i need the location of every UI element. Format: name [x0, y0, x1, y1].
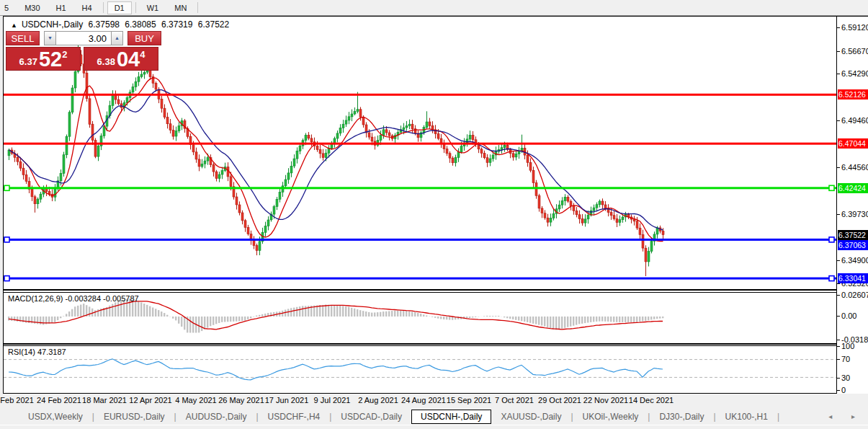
macd-label: MACD(12,26,9) -0.003284 -0.005787 [8, 294, 139, 303]
ask-price-box[interactable]: 6.38 04 4 [84, 47, 158, 71]
horizontal-level-line[interactable] [4, 143, 836, 145]
horizontal-level-line[interactable] [4, 278, 836, 280]
axis-tick [837, 27, 840, 28]
price-chart-pane[interactable]: ▲USDCNH-,Daily 6.37598 6.38085 6.37319 6… [4, 17, 836, 291]
volume-input[interactable] [56, 31, 111, 45]
collapse-triangle-icon[interactable]: ▲ [11, 22, 17, 29]
line-handle[interactable] [829, 276, 834, 281]
date-axis-label: 2 Feb 2021 [0, 396, 34, 404]
line-handle[interactable] [829, 185, 834, 190]
axis-tick [837, 74, 840, 74]
toolbar-separator [135, 2, 136, 13]
macd-indicator-pane[interactable]: MACD(12,26,9) -0.003284 -0.005787 [4, 292, 836, 345]
level-price-label[interactable]: 6.47044 [838, 138, 868, 149]
macd-axis-tick-label: 0.00 [841, 311, 856, 320]
date-axis: 2 Feb 202124 Feb 202118 Mar 202112 Apr 2… [3, 394, 868, 408]
price-axis-tick-label: 6.34900 [841, 256, 868, 265]
level-price-label[interactable]: 6.52126 [838, 89, 868, 99]
price-axis-tick-label: 6.49460 [841, 116, 868, 125]
chart-tab-uk100-h1[interactable]: UK100-,H1 [716, 410, 777, 424]
horizontal-level-line[interactable] [4, 94, 836, 96]
chart-tab-usdcad-daily[interactable]: USDCAD-,Daily [331, 410, 411, 424]
chart-tab-bar: USDX,Weekly|EURUSD-,Daily|AUDUSD-,Daily|… [0, 408, 868, 425]
toolbar-separator [197, 2, 198, 13]
ask-big-digits: 04 [117, 50, 140, 68]
line-handle[interactable] [4, 276, 9, 281]
rsi-axis-tick-label: 100 [841, 342, 854, 350]
ohlc-low: 6.37319 [161, 19, 192, 30]
axis-tick [837, 346, 840, 347]
rsi-chart [4, 346, 836, 393]
axis-tick [837, 260, 840, 261]
candlestick-series [8, 40, 664, 276]
level-price-label[interactable]: 6.37063 [838, 240, 868, 250]
axis-tick [837, 316, 840, 317]
timeframe-button-d1[interactable]: D1 [107, 1, 132, 14]
bid-prefix: 6.37 [19, 56, 37, 67]
date-axis-label: 17 Jun 2021 [265, 396, 309, 404]
symbol-name: USDCNH-,Daily [22, 19, 83, 30]
volume-decrease-button[interactable]: ▼ [44, 31, 56, 45]
ohlc-open: 6.37598 [89, 19, 120, 30]
axis-tick [837, 167, 840, 168]
current-price-label: 6.37522 [838, 230, 868, 240]
axis-tick [837, 214, 840, 215]
timeframe-button-h4[interactable]: H4 [75, 1, 99, 14]
timeframe-button-m30[interactable]: M30 [17, 1, 47, 14]
chart-tab-eurusd-daily[interactable]: EURUSD-,Daily [94, 410, 174, 424]
one-click-trade-panel: SELL ▼ ▲ BUY 6.37 52 2 6.38 [6, 31, 161, 71]
date-axis-label: 24 Aug 2021 [401, 396, 446, 404]
ohlc-close: 6.37522 [198, 19, 229, 30]
price-axis-tick-label: 6.54290 [841, 69, 868, 78]
date-axis-label: 29 Oct 2021 [538, 396, 581, 404]
timeframe-button-h1[interactable]: H1 [49, 1, 73, 14]
date-axis-label: 26 May 2021 [218, 396, 264, 404]
chart-tab-ukoil-weekly[interactable]: UKOil-,Weekly [573, 410, 648, 424]
level-price-label[interactable]: 6.42424 [838, 183, 868, 193]
price-axis-tick-label: 6.44560 [841, 163, 868, 172]
axis-tick [837, 359, 840, 360]
tab-separator: | [777, 412, 779, 422]
horizontal-level-line[interactable] [4, 187, 836, 189]
chart-tab-usdchf-h4[interactable]: USDCHF-,H4 [259, 410, 330, 424]
price-axis-tick-label: 6.59120 [841, 23, 868, 32]
toolbar-separator [103, 2, 104, 13]
timeframe-button-5[interactable]: 5 [0, 1, 16, 14]
date-axis-label: 14 Dec 2021 [629, 396, 674, 404]
date-axis-label: 7 Oct 2021 [495, 396, 534, 404]
status-strip [0, 425, 868, 429]
chart-symbol-header: ▲USDCNH-,Daily 6.37598 6.38085 6.37319 6… [11, 19, 232, 30]
bid-price-box[interactable]: 6.37 52 2 [6, 47, 81, 71]
line-handle[interactable] [4, 237, 9, 242]
volume-increase-button[interactable]: ▲ [111, 31, 123, 45]
chart-tab-usdx-weekly[interactable]: USDX,Weekly [19, 410, 92, 424]
date-axis-label: 22 Nov 2021 [583, 396, 628, 404]
ask-prefix: 6.38 [97, 56, 115, 67]
bid-pip-digit: 2 [62, 49, 67, 60]
chart-window: ▲USDCNH-,Daily 6.37598 6.38085 6.37319 6… [3, 16, 868, 395]
rsi-line [9, 359, 663, 380]
horizontal-level-line[interactable] [4, 239, 836, 241]
rsi-indicator-pane[interactable]: RSI(14) 47.3187 [4, 345, 836, 394]
chart-tab-audusd-daily[interactable]: AUDUSD-,Daily [176, 410, 256, 424]
macd-histogram [8, 298, 663, 332]
line-handle[interactable] [829, 237, 834, 242]
sell-button[interactable]: SELL [6, 31, 40, 45]
chart-tab-usdcnh-daily[interactable]: USDCNH-,Daily [411, 410, 491, 424]
level-price-label[interactable]: 6.33041 [838, 273, 868, 283]
axis-tick [837, 390, 840, 391]
tab-scroll-arrows[interactable]: ◂ ▸ [828, 412, 864, 420]
chart-tab-xauusd-daily[interactable]: XAUUSD-,Daily [491, 410, 571, 424]
ohlc-high: 6.38085 [125, 19, 156, 30]
axis-tick [837, 283, 840, 284]
chart-tab-dj30-daily[interactable]: DJ30-,Daily [650, 410, 713, 424]
line-handle[interactable] [4, 185, 9, 190]
date-axis-label: 4 May 2021 [175, 396, 216, 404]
macd-axis-tick-label: 0.02607 [841, 291, 868, 299]
timeframe-toolbar: 5M30H1H4D1W1MN [0, 0, 868, 16]
ask-pip-digit: 4 [140, 49, 145, 60]
rsi-axis-tick-label: 70 [841, 355, 850, 363]
timeframe-button-w1[interactable]: W1 [140, 1, 166, 14]
timeframe-button-mn[interactable]: MN [167, 1, 194, 14]
buy-button[interactable]: BUY [127, 31, 161, 45]
